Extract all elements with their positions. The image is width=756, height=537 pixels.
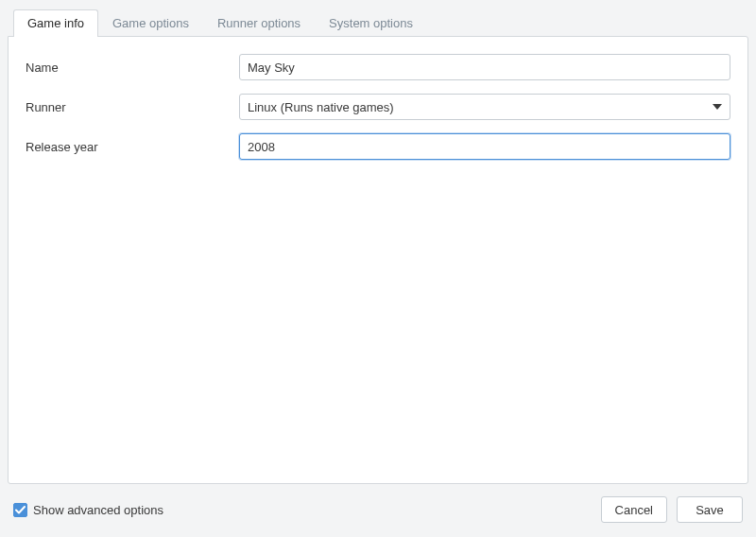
tab-panel-game-info: Name Runner Linux (Runs native games) Re… xyxy=(8,36,748,484)
show-advanced-checkbox[interactable] xyxy=(13,503,27,517)
show-advanced-checkbox-group[interactable]: Show advanced options xyxy=(13,503,163,517)
release-year-input[interactable] xyxy=(239,133,730,160)
name-control xyxy=(239,54,730,80)
runner-control: Linux (Runs native games) xyxy=(239,94,730,120)
tab-system-options[interactable]: System options xyxy=(315,9,427,37)
row-release-year: Release year xyxy=(26,133,730,160)
release-year-control xyxy=(239,133,730,160)
show-advanced-label: Show advanced options xyxy=(33,503,163,517)
tab-game-options[interactable]: Game options xyxy=(98,9,203,37)
tab-label: Game options xyxy=(112,16,189,30)
tab-label: Game info xyxy=(27,16,84,30)
check-icon xyxy=(15,506,26,514)
tab-strip: Game info Game options Runner options Sy… xyxy=(8,8,748,36)
dialog-buttons: Cancel Save xyxy=(601,496,743,523)
dialog-footer: Show advanced options Cancel Save xyxy=(8,484,748,529)
cancel-button[interactable]: Cancel xyxy=(601,496,667,523)
row-name: Name xyxy=(26,54,730,80)
release-year-label: Release year xyxy=(26,140,239,154)
row-runner: Runner Linux (Runs native games) xyxy=(26,94,730,120)
tab-runner-options[interactable]: Runner options xyxy=(203,9,315,37)
name-input[interactable] xyxy=(239,54,730,80)
tab-label: Runner options xyxy=(217,16,301,30)
name-label: Name xyxy=(26,61,239,75)
runner-select[interactable]: Linux (Runs native games) xyxy=(239,94,730,120)
tab-label: System options xyxy=(329,16,413,30)
game-properties-window: Game info Game options Runner options Sy… xyxy=(0,0,756,537)
runner-label: Runner xyxy=(26,100,239,114)
save-button[interactable]: Save xyxy=(677,496,743,523)
runner-select-value: Linux (Runs native games) xyxy=(248,100,394,114)
tab-game-info[interactable]: Game info xyxy=(13,9,98,37)
chevron-down-icon xyxy=(713,104,722,110)
